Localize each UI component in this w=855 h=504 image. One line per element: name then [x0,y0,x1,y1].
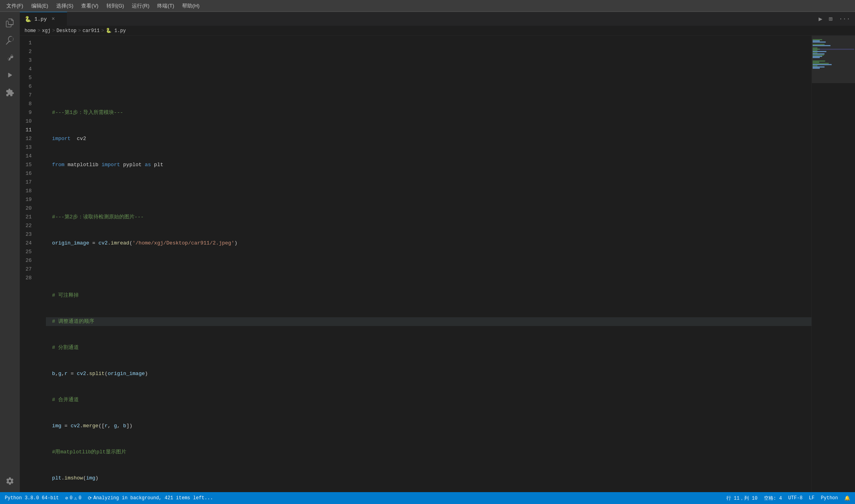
analyzing-icon: ⟳ [88,495,92,501]
code-editor[interactable]: 1 2 3 4 5 6 7 8 9 10 11 12 13 14 15 16 1… [20,36,855,492]
breadcrumb-sep-4: > [101,28,104,34]
tab-actions: ▶ ⊞ ··· [817,12,855,26]
tab-close-button[interactable]: × [51,16,55,22]
code-content[interactable]: #---第1步：导入所需模块--- import cv2 from matplo… [40,36,811,492]
line-col-label: 行 11，列 10 [726,495,758,502]
line-num-5: 5 [20,74,36,82]
code-line-2 [46,82,811,91]
status-encoding[interactable]: UTF-8 [788,495,802,502]
line-num-22: 22 [20,222,36,230]
status-spaces[interactable]: 空格: 4 [764,495,782,502]
activity-source-control[interactable] [2,50,18,66]
tab-bar: 🐍 1.py × ▶ ⊞ ··· [20,12,855,26]
code-line-1 [46,56,811,65]
warning-count: 0 [79,495,82,501]
breadcrumb-home[interactable]: home [25,28,36,34]
language-label: Python [821,495,838,501]
python-version-label: Python 3.8.0 64-bit [5,495,59,501]
status-errors[interactable]: ⊘ 0 ⚠ 0 [65,495,82,501]
bell-icon: 🔔 [844,495,850,501]
code-line-13: b,g,r = cv2.split(origin_image) [46,369,811,378]
status-right-section: 行 11，列 10 空格: 4 UTF-8 LF Python 🔔 [726,495,850,502]
code-line-11: # 调整通道的顺序 [46,317,811,326]
line-num-6: 6 [20,82,36,91]
run-button[interactable]: ▶ [817,14,824,24]
file-tab-1py[interactable]: 🐍 1.py × [20,12,67,26]
line-num-28: 28 [20,274,36,282]
split-editor-button[interactable]: ⊞ [827,14,834,24]
code-line-16: #用matplotlib的plt显示图片 [46,448,811,457]
line-num-2: 2 [20,47,36,56]
line-num-12: 12 [20,135,36,143]
line-num-24: 24 [20,239,36,248]
code-line-15: img = cv2.merge([r, g, b]) [46,422,811,430]
code-line-3: #---第1步：导入所需模块--- [46,108,811,117]
activity-run-debug[interactable] [2,67,18,83]
breadcrumb-sep-3: > [78,28,81,34]
status-line-col[interactable]: 行 11，列 10 [726,495,758,502]
breadcrumb-sep-1: > [38,28,40,34]
menu-run[interactable]: 运行(R) [129,1,152,11]
code-line-6 [46,187,811,195]
activity-bar [0,12,20,492]
line-num-27: 27 [20,265,36,274]
menu-file[interactable]: 文件(F) [3,1,27,11]
code-line-8: origin_image = cv2.imread('/home/xgj/Des… [46,239,811,248]
status-python-version[interactable]: Python 3.8.0 64-bit [5,495,59,501]
line-num-21: 21 [20,213,36,222]
code-line-9 [46,265,811,274]
line-num-9: 9 [20,108,36,117]
error-count: 0 [70,495,72,501]
more-actions-button[interactable]: ··· [837,15,852,23]
menu-help[interactable]: 帮助(H) [179,1,203,11]
menu-goto[interactable]: 转到(G) [103,1,127,11]
line-num-26: 26 [20,256,36,265]
breadcrumb-desktop[interactable]: Desktop [57,28,76,34]
line-num-7: 7 [20,91,36,100]
minimap-content: ████████████████ ████████████ ██████████… [812,36,855,70]
spaces-label: 空格: 4 [764,495,782,502]
tab-filename: 1.py [34,16,47,22]
line-num-18: 18 [20,187,36,195]
menu-edit[interactable]: 编辑(E) [28,1,51,11]
breadcrumb-car911[interactable]: car911 [82,28,99,34]
code-line-7: #---第2步：读取待检测原始的图片--- [46,213,811,222]
line-num-16: 16 [20,169,36,178]
breadcrumb-xgj[interactable]: xgj [42,28,51,34]
line-num-4: 4 [20,65,36,74]
status-notifications[interactable]: 🔔 [844,495,850,502]
breadcrumb-sep-2: > [52,28,55,34]
activity-bar-bottom [0,473,20,492]
activity-settings[interactable] [2,473,18,489]
menu-view[interactable]: 查看(V) [78,1,101,11]
line-num-15: 15 [20,161,36,169]
menu-terminal[interactable]: 终端(T) [154,1,177,11]
status-language[interactable]: Python [821,495,838,502]
line-num-8: 8 [20,100,36,108]
minimap[interactable]: ████████████████ ████████████ ██████████… [811,36,855,492]
editor-container: 🐍 1.py × ▶ ⊞ ··· home > xgj > Desktop > … [20,12,855,492]
menu-select[interactable]: 选择(S) [53,1,76,11]
line-num-19: 19 [20,195,36,204]
encoding-label: UTF-8 [788,495,802,501]
line-num-14: 14 [20,152,36,161]
activity-search[interactable] [2,32,18,48]
warning-icon: ⚠ [74,495,77,501]
error-icon: ⊘ [65,495,68,501]
line-num-10: 10 [20,117,36,126]
code-line-4: import cv2 [46,135,811,143]
code-line-17: plt.imshow(img) [46,474,811,483]
activity-extensions[interactable] [2,85,18,100]
breadcrumb: home > xgj > Desktop > car911 > 🐍 1.py [20,26,855,36]
menu-bar: 文件(F) 编辑(E) 选择(S) 查看(V) 转到(G) 运行(R) 终端(T… [0,0,855,12]
line-num-23: 23 [20,230,36,239]
breadcrumb-file[interactable]: 🐍 1.py [106,28,126,34]
code-line-5: from matplotlib import pyplot as plt [46,161,811,169]
line-num-17: 17 [20,178,36,187]
line-num-20: 20 [20,204,36,213]
line-num-13: 13 [20,143,36,152]
activity-explorer[interactable] [2,15,18,31]
status-line-ending[interactable]: LF [809,495,814,502]
line-num-25: 25 [20,248,36,256]
code-line-10: # 可注释掉 [46,291,811,300]
